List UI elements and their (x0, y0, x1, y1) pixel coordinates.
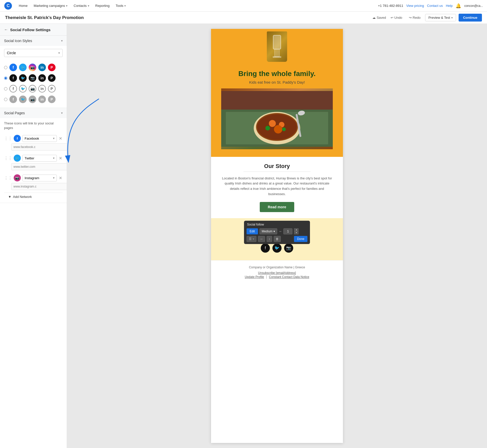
toolbar-delete-button[interactable]: 🗑 (274, 236, 281, 242)
toolbar-size-input[interactable] (283, 228, 292, 234)
instagram-remove-button[interactable]: ✕ (58, 175, 63, 181)
redo-button[interactable]: ↪ Redo (407, 15, 423, 21)
nav-tools-chevron: ▾ (124, 4, 126, 8)
social-pages-header[interactable]: Social Pages ▾ (0, 108, 67, 118)
li-color-icon: in (38, 64, 46, 71)
footer-data-notice-link[interactable]: Constant Contact Data Notice (269, 275, 309, 279)
toolbar-spinner-up[interactable]: ▲ (294, 228, 299, 231)
svg-rect-3 (274, 49, 280, 57)
pi-black-icon: P (48, 74, 56, 82)
footer-company: Company or Organization Name | Greece (221, 266, 333, 269)
fb-outline-icon: f (9, 85, 17, 92)
network-facebook-header: ⋮⋮ f Facebook ▾ ✕ (4, 133, 63, 143)
redo-icon: ↪ (409, 16, 412, 20)
pi-gray-icon: P (48, 96, 56, 103)
footer-update-profile-link[interactable]: Update Profile (245, 275, 264, 279)
nav-marketing[interactable]: Marketing campaigns ▾ (31, 3, 70, 9)
icon-style-outline-radio[interactable] (4, 87, 7, 90)
icon-rows-container: f 🐦 📷 in P f 🐦 📷 in P (0, 60, 67, 108)
toolbar-padding-button[interactable]: ↕ (267, 236, 272, 242)
nav-reporting[interactable]: Reporting (93, 3, 112, 9)
second-bar: Themeisle St. Patrick's Day Promotion ☁ … (0, 12, 487, 24)
network-twitter-header: ⋮⋮ 🐦 Twitter ▾ ✕ (4, 153, 63, 163)
email-subheading: Kids eat free on St. Paddy's Day! (221, 80, 333, 84)
social-follow-toolbar: Social follow Edit Medium ▾ ↔ ▲ ▼ (244, 221, 310, 244)
annotation-arrow (67, 96, 109, 172)
nav-contacts[interactable]: Contacts ▾ (71, 3, 92, 9)
toolbar-center-button[interactable]: ↔ (258, 236, 265, 242)
sidebar-title: Social Follow Settings (10, 28, 50, 32)
pi-outline-icon: P (48, 85, 56, 92)
toolbar-spinner-down[interactable]: ▼ (294, 231, 299, 234)
email-social-icons-row: f 🐦 📷 (221, 244, 333, 253)
tw-black-icon: 🐦 (19, 74, 27, 82)
nav-user-menu[interactable]: concon@ca... (464, 4, 483, 8)
toolbar-size-chevron: ▾ (273, 230, 275, 233)
twitter-remove-button[interactable]: ✕ (58, 155, 63, 161)
tw-outline-icon: 🐦 (19, 85, 27, 92)
nav-contacts-chevron: ▾ (88, 4, 89, 8)
footer-unsubscribe-link[interactable]: Unsubscribe [emailAddress] (258, 271, 296, 275)
nav-marketing-chevron: ▾ (66, 4, 67, 8)
facebook-drag-handle[interactable]: ⋮⋮ (4, 136, 12, 141)
nav-logo[interactable]: C (4, 2, 12, 10)
icon-row-gray: f 🐦 📷 in P (0, 94, 67, 105)
facebook-url-input[interactable] (11, 143, 67, 151)
icon-row-black: f 🐦 📷 in P (0, 73, 67, 83)
instagram-name-select[interactable]: Instagram ▾ (22, 175, 57, 181)
sidebar-back-button[interactable]: ← (4, 27, 8, 32)
svg-rect-4 (273, 56, 281, 58)
nav-contact-us[interactable]: Contact us (427, 4, 443, 8)
saved-badge: ☁ Saved (372, 16, 386, 20)
content-area: Bring the whole family. Kids eat free on… (67, 24, 487, 448)
toolbar-spinner: ▲ ▼ (294, 228, 299, 234)
sidebar-header: ← Social Follow Settings (0, 24, 67, 36)
toolbar-align-button[interactable]: ☰ ▾ (247, 236, 256, 242)
icon-style-gray-radio[interactable] (4, 98, 7, 101)
undo-button[interactable]: ↩ Undo (389, 15, 404, 21)
fb-color-icon: f (9, 64, 17, 71)
read-more-button[interactable]: Read more (260, 202, 294, 212)
continue-button[interactable]: Continue (459, 14, 482, 22)
icon-style-black-radio[interactable] (4, 77, 7, 80)
main-layout: ← Social Follow Settings Social Icon Sty… (0, 24, 487, 448)
facebook-name-select[interactable]: Facebook ▾ (22, 135, 57, 142)
nav-home[interactable]: Home (16, 3, 30, 9)
toolbar-size-select[interactable]: Medium ▾ (259, 228, 277, 234)
email-canvas: Bring the whole family. Kids eat free on… (211, 29, 343, 443)
nav-tools[interactable]: Tools ▾ (113, 3, 128, 9)
email-fb-icon: f (261, 244, 270, 253)
email-story-section: Our Story Located in Boston's financial … (211, 157, 343, 218)
instagram-url-input[interactable] (11, 183, 67, 190)
li-black-icon: in (38, 74, 46, 82)
toolbar-row1: Edit Medium ▾ ↔ ▲ ▼ (247, 228, 307, 234)
preview-test-button[interactable]: Preview & Test ▾ (425, 14, 456, 21)
toolbar-edit-button[interactable]: Edit (247, 228, 258, 234)
add-network-button[interactable]: ▼ Add Network (4, 193, 63, 201)
twitter-select-chevron: ▾ (53, 156, 55, 160)
facebook-remove-button[interactable]: ✕ (58, 136, 63, 141)
tw-color-icon: 🐦 (19, 64, 27, 71)
social-pages-section: Social Pages ▾ These icons will link to … (0, 108, 67, 203)
instagram-drag-handle[interactable]: ⋮⋮ (4, 176, 12, 180)
style-dropdown[interactable]: Circle ▾ (4, 49, 63, 57)
nav-bell-icon[interactable]: 🔔 (456, 3, 461, 9)
social-follow-toolbar-label: Social follow (247, 223, 307, 227)
svg-text:C: C (7, 4, 10, 8)
toolbar-done-button[interactable]: Done (294, 236, 307, 242)
svg-point-11 (269, 120, 276, 127)
svg-point-14 (265, 126, 270, 130)
email-orange-section: Bring the whole family. Kids eat free on… (211, 64, 343, 157)
twitter-icon: 🐦 (14, 155, 21, 162)
email-ig-icon: 📷 (284, 244, 293, 253)
twitter-url-input[interactable] (11, 163, 67, 170)
nav-help[interactable]: Help (446, 4, 453, 8)
twitter-name-select[interactable]: Twitter ▾ (22, 155, 57, 162)
ig-black-icon: 📷 (29, 74, 36, 82)
icon-style-color-radio[interactable] (4, 66, 7, 69)
social-icon-styles-header[interactable]: Social Icon Styles ▾ (0, 36, 67, 46)
nav-view-pricing[interactable]: View pricing (406, 4, 424, 8)
style-selector: Circle ▾ (0, 46, 67, 60)
email-footer: Company or Organization Name | Greece Un… (211, 260, 343, 284)
twitter-drag-handle[interactable]: ⋮⋮ (4, 156, 12, 161)
